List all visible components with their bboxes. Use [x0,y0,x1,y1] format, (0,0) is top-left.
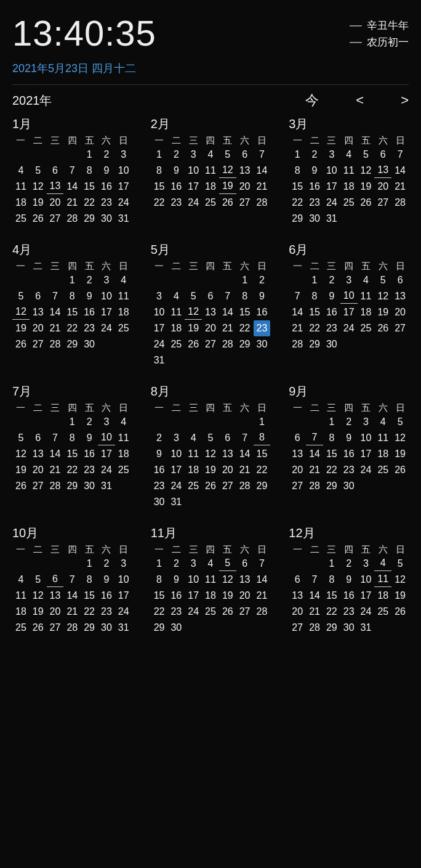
day-cell[interactable]: 4 [202,147,219,163]
day-cell[interactable]: 31 [167,494,185,510]
day-cell[interactable]: 20 [236,179,254,195]
day-cell[interactable]: 21 [47,462,64,478]
day-cell[interactable]: 2 [98,147,115,163]
day-cell[interactable]: 19 [30,604,47,620]
day-cell[interactable]: 18 [358,304,375,320]
day-cell[interactable]: 23 [81,320,98,336]
day-cell[interactable]: 5 [358,147,375,163]
day-cell[interactable]: 11 [12,179,30,195]
day-cell[interactable]: 14 [306,446,323,462]
day-cell[interactable]: 8 [236,288,254,304]
day-cell[interactable]: 22 [151,195,168,211]
day-cell[interactable]: 30 [151,494,168,510]
day-cell[interactable]: 4 [340,147,358,163]
day-cell[interactable]: 13 [236,163,254,179]
day-cell[interactable]: 2 [340,414,358,430]
day-cell[interactable]: 18 [202,179,219,195]
day-cell[interactable]: 10 [358,572,375,588]
day-cell[interactable]: 16 [340,446,358,462]
day-cell[interactable]: 9 [340,430,358,446]
day-cell[interactable]: 18 [115,446,132,462]
day-cell[interactable]: 18 [185,462,202,478]
day-cell[interactable]: 19 [12,320,30,336]
day-cell[interactable]: 2 [151,430,168,446]
day-cell[interactable]: 19 [374,304,391,320]
day-cell[interactable]: 11 [12,588,30,604]
day-cell[interactable]: 18 [167,320,185,336]
day-cell[interactable]: 18 [202,588,219,604]
day-cell[interactable]: 27 [289,620,306,636]
day-cell[interactable]: 5 [30,163,47,179]
day-cell[interactable]: 10 [98,430,115,445]
day-cell[interactable]: 20 [202,320,219,336]
day-cell[interactable]: 1 [63,272,81,288]
day-cell[interactable]: 3 [115,147,132,163]
day-cell[interactable]: 29 [323,478,340,494]
day-cell[interactable]: 17 [115,588,132,604]
day-cell[interactable]: 8 [323,572,340,588]
day-cell[interactable]: 2 [340,556,358,572]
day-cell[interactable]: 26 [391,462,409,478]
day-cell[interactable]: 23 [340,604,358,620]
day-cell[interactable]: 3 [185,147,202,163]
day-cell[interactable]: 4 [202,556,219,572]
day-cell[interactable]: 19 [202,462,219,478]
day-cell[interactable]: 4 [167,288,185,304]
day-cell[interactable]: 10 [358,430,375,446]
day-cell[interactable]: 3 [167,430,185,446]
day-cell[interactable]: 17 [115,179,132,195]
day-cell[interactable]: 24 [185,195,202,211]
day-cell[interactable]: 9 [340,572,358,588]
day-cell[interactable]: 20 [374,179,391,195]
day-cell[interactable]: 5 [185,288,202,304]
day-cell[interactable]: 30 [98,620,115,636]
day-cell[interactable]: 13 [47,588,64,604]
day-cell[interactable]: 7 [306,430,323,445]
day-cell[interactable]: 14 [254,572,271,588]
day-cell[interactable]: 17 [98,446,115,462]
day-cell[interactable]: 15 [323,588,340,604]
day-cell[interactable]: 27 [30,478,47,494]
day-cell[interactable]: 10 [98,288,115,304]
day-cell[interactable]: 1 [306,272,323,288]
day-cell[interactable]: 7 [63,572,81,588]
day-cell[interactable]: 22 [81,195,98,211]
day-cell[interactable]: 12 [358,163,375,179]
day-cell[interactable]: 13 [202,304,219,320]
day-cell[interactable]: 8 [81,572,98,588]
day-cell[interactable]: 15 [254,446,271,462]
day-cell[interactable]: 21 [236,462,254,478]
day-cell[interactable]: 16 [167,179,185,195]
day-cell[interactable]: 26 [185,336,202,352]
day-cell[interactable]: 21 [219,320,236,336]
day-cell[interactable]: 6 [236,556,254,572]
day-cell[interactable]: 12 [12,446,30,462]
day-cell[interactable]: 4 [12,163,30,179]
day-cell[interactable]: 24 [323,195,340,211]
day-cell[interactable]: 8 [254,430,271,445]
day-cell[interactable]: 3 [151,288,168,304]
day-cell[interactable]: 26 [12,478,30,494]
day-cell[interactable]: 26 [219,604,236,620]
day-cell[interactable]: 7 [254,147,271,163]
day-cell[interactable]: 5 [374,272,391,288]
day-cell[interactable]: 19 [391,588,409,604]
day-cell[interactable]: 28 [219,336,236,352]
day-cell[interactable]: 15 [289,179,306,195]
day-cell[interactable]: 1 [81,556,98,572]
day-cell[interactable]: 23 [81,462,98,478]
day-cell[interactable]: 16 [340,588,358,604]
day-cell[interactable]: 4 [358,272,375,288]
day-cell[interactable]: 17 [185,588,202,604]
day-cell[interactable]: 1 [63,414,81,430]
day-cell[interactable]: 20 [289,462,306,478]
day-cell[interactable]: 8 [289,163,306,179]
day-cell[interactable]: 23 [323,320,340,336]
day-cell[interactable]: 12 [30,588,47,604]
day-cell[interactable]: 3 [115,556,132,572]
day-cell[interactable]: 6 [30,288,47,304]
day-cell[interactable]: 27 [374,195,391,211]
day-cell[interactable]: 21 [254,588,271,604]
day-cell[interactable]: 2 [254,272,271,288]
day-cell[interactable]: 28 [63,211,81,227]
